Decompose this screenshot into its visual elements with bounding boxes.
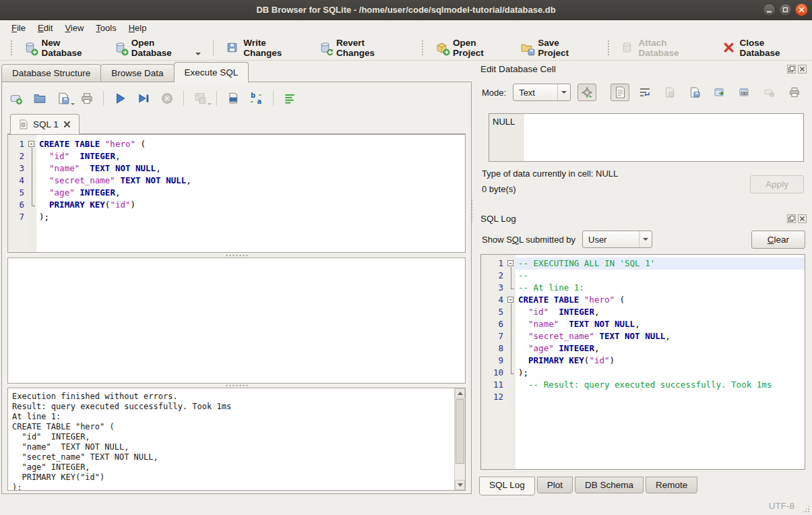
dock-float-button[interactable] — [787, 214, 796, 223]
toolbar-drag-handle[interactable] — [420, 40, 424, 56]
minimize-button[interactable] — [763, 3, 776, 16]
resize-grip[interactable] — [802, 505, 810, 513]
cell-open-in-app-button[interactable] — [710, 84, 729, 101]
apply-button[interactable]: Apply — [750, 175, 804, 193]
tab-close-icon[interactable] — [63, 121, 71, 128]
maximize-button[interactable] — [779, 3, 792, 16]
fold-collapse-icon[interactable]: - — [28, 141, 34, 147]
menu-edit[interactable]: Edit — [32, 22, 59, 34]
code-text: "age" INTEGER, — [516, 342, 805, 355]
sql-document-tab[interactable]: SQL 1 — [10, 114, 80, 134]
new-database-button[interactable]: New Database — [17, 35, 102, 61]
execute-line-button[interactable] — [136, 91, 151, 106]
fold-collapse-icon[interactable]: - — [507, 260, 513, 266]
sql-editor[interactable]: 1-CREATE TABLE "hero" (2 "id" INTEGER,3 … — [7, 134, 466, 253]
query-results-pane[interactable] — [7, 258, 466, 384]
tab-browse-data[interactable]: Browse Data — [100, 64, 174, 82]
attach-database-button[interactable]: Attach Database — [614, 35, 708, 61]
fold-marker[interactable]: - — [507, 258, 516, 270]
save-file-dropdown-icon[interactable] — [71, 103, 75, 105]
word-wrap-icon — [639, 86, 651, 98]
find-button[interactable] — [226, 91, 241, 106]
close-database-icon — [722, 41, 735, 54]
line-number: 4 — [8, 175, 28, 187]
sql-log-view[interactable]: 1--- EXECUTING ALL IN 'SQL 1'2--3-- At l… — [480, 254, 805, 470]
cell-import-button[interactable] — [660, 84, 679, 101]
write-changes-icon — [226, 41, 239, 54]
fold-collapse-icon[interactable]: - — [507, 297, 513, 303]
close-window-button[interactable] — [795, 3, 808, 16]
dock-tab-remote[interactable]: Remote — [646, 477, 697, 493]
find-replace-icon: ba — [250, 92, 263, 105]
revert-changes-button[interactable]: Revert Changes — [312, 35, 404, 61]
code-text: -- — [516, 270, 805, 282]
new-tab-icon — [9, 92, 23, 105]
link-icon — [739, 86, 751, 98]
find-replace-button[interactable]: ba — [249, 91, 264, 106]
save-results-dropdown-icon[interactable] — [208, 103, 212, 105]
scrollbar-thumb[interactable] — [456, 399, 464, 464]
sql-toolbar: ba — [9, 88, 297, 109]
encoding-indicator[interactable]: UTF-8 — [769, 501, 794, 511]
cell-print-button[interactable] — [785, 84, 804, 101]
menubar: FileEditViewToolsHelp — [0, 20, 812, 35]
execute-all-button[interactable] — [113, 91, 127, 106]
menu-view[interactable]: View — [59, 22, 90, 34]
sql-file-icon — [19, 119, 28, 129]
tab-database-structure[interactable]: Database Structure — [1, 64, 101, 82]
open-database-button[interactable]: Open Database — [107, 35, 208, 61]
menu-help[interactable]: Help — [123, 22, 153, 34]
message-scrollbar[interactable] — [454, 388, 465, 490]
code-line-11: 11 -- Result: query executed successfull… — [481, 379, 805, 391]
new-sql-tab-button[interactable] — [9, 91, 24, 106]
menu-tools[interactable]: Tools — [90, 22, 122, 34]
fold-marker[interactable]: - — [507, 294, 516, 306]
cell-word-wrap-button[interactable] — [635, 84, 654, 101]
dock-tab-plot[interactable]: Plot — [537, 477, 573, 493]
write-changes-label: Write Changes — [243, 38, 300, 58]
cell-link-button[interactable] — [735, 84, 754, 101]
fold-marker — [507, 391, 516, 403]
save-results-icon — [193, 92, 207, 105]
open-project-button[interactable]: Open Project — [429, 35, 509, 61]
scroll-down-button[interactable] — [455, 480, 465, 490]
save-results-button[interactable] — [193, 91, 208, 106]
code-text: ); — [36, 211, 465, 223]
edit-cell-title: Edit Database Cell — [480, 64, 556, 74]
results-message-splitter[interactable] — [7, 383, 466, 388]
dock-tab-sql-log[interactable]: SQL Log — [479, 477, 535, 495]
line-number: 10 — [481, 367, 507, 379]
toolbar-drag-handle[interactable] — [9, 40, 13, 56]
cell-size-text: 0 byte(s) — [482, 184, 516, 194]
format-sql-button[interactable] — [282, 91, 297, 106]
scroll-up-button[interactable] — [455, 388, 465, 398]
write-changes-button[interactable]: Write Changes — [219, 35, 307, 61]
execution-message-pane[interactable]: Execution finished without errors.Result… — [7, 388, 466, 491]
cell-text-mode-button[interactable] — [611, 84, 629, 101]
dock-close-button[interactable] — [798, 214, 807, 223]
open-sql-file-button[interactable] — [32, 91, 47, 106]
tab-execute-sql[interactable]: Execute SQL — [174, 62, 249, 83]
cell-export-button[interactable] — [685, 84, 704, 101]
dock-tab-db-schema[interactable]: DB Schema — [575, 477, 644, 493]
cell-set-null-button[interactable] — [760, 84, 779, 101]
save-project-button[interactable]: Save Project — [513, 35, 593, 61]
dock-close-button[interactable] — [798, 65, 807, 73]
save-sql-file-button[interactable] — [56, 91, 71, 106]
toolbar-drag-handle[interactable] — [606, 40, 610, 56]
print-button[interactable] — [80, 91, 94, 106]
clear-log-button[interactable]: Clear — [751, 231, 805, 249]
menu-file[interactable]: File — [5, 22, 32, 34]
line-number: 7 — [481, 330, 507, 342]
main-vertical-splitter[interactable] — [470, 199, 473, 222]
close-database-button[interactable]: Close Database — [716, 35, 807, 61]
editor-results-splitter[interactable] — [7, 253, 466, 258]
mode-select[interactable]: Text — [513, 84, 571, 101]
submitted-by-select[interactable]: User — [582, 231, 652, 248]
dock-float-button[interactable] — [787, 65, 796, 73]
auto-switch-mode-button[interactable] — [577, 84, 596, 101]
fold-marker[interactable]: - — [28, 138, 36, 150]
cell-value-editor[interactable]: NULL — [489, 113, 804, 162]
stop-button[interactable] — [160, 91, 175, 106]
open-database-dropdown-icon[interactable] — [195, 53, 201, 55]
